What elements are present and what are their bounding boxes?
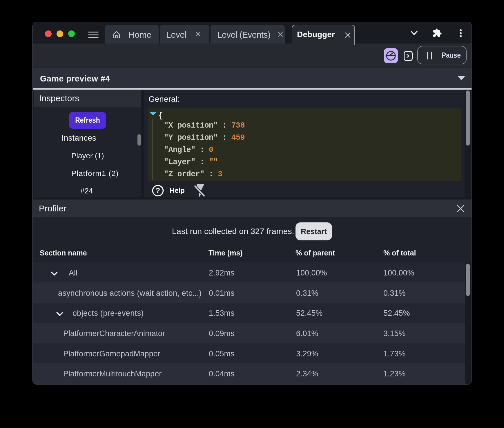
svg-text:?: ? bbox=[156, 186, 160, 195]
